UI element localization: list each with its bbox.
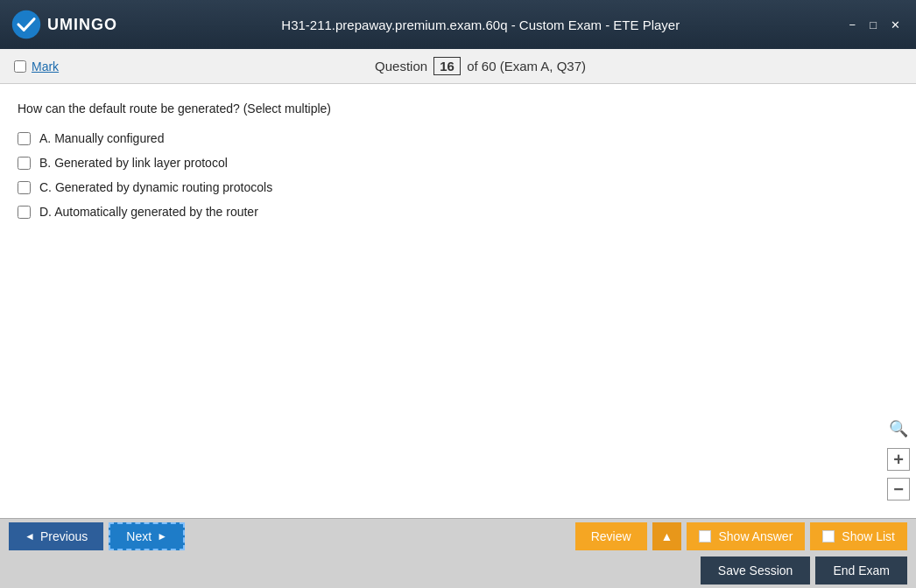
question-of-total: of 60 (Exam A, Q37) bbox=[467, 59, 586, 74]
previous-button[interactable]: ◄ Previous bbox=[9, 522, 103, 550]
search-icon-button[interactable]: 🔍 bbox=[886, 416, 911, 441]
svg-point-0 bbox=[12, 10, 40, 38]
show-list-checkbox-icon bbox=[822, 530, 835, 542]
show-answer-label: Show Answer bbox=[718, 529, 793, 543]
end-exam-label: End Exam bbox=[833, 564, 890, 578]
right-icons: 🔍 + − bbox=[881, 84, 916, 518]
mark-label[interactable]: Mark bbox=[32, 60, 59, 74]
option-c-text: Generated by dynamic routing protocols bbox=[55, 180, 272, 194]
show-answer-checkbox-icon bbox=[699, 530, 711, 542]
option-a: A. Manually configured bbox=[18, 131, 863, 145]
save-session-label: Save Session bbox=[718, 564, 793, 578]
option-b-label: B. Generated by link layer protocol bbox=[39, 156, 228, 170]
option-d-label: D. Automatically generated by the router bbox=[39, 205, 258, 219]
question-number: 16 bbox=[433, 57, 461, 75]
maximize-button[interactable]: □ bbox=[864, 17, 882, 33]
option-a-label: A. Manually configured bbox=[39, 131, 164, 145]
option-d: D. Automatically generated by the router bbox=[18, 205, 863, 219]
window-controls: − □ ✕ bbox=[844, 17, 905, 33]
show-answer-button[interactable]: Show Answer bbox=[687, 522, 805, 550]
end-exam-button[interactable]: End Exam bbox=[815, 556, 907, 584]
option-d-text: Automatically generated by the router bbox=[54, 205, 258, 219]
logo-icon bbox=[11, 9, 42, 40]
option-c: C. Generated by dynamic routing protocol… bbox=[18, 180, 863, 194]
minimize-button[interactable]: − bbox=[844, 17, 862, 33]
option-c-checkbox[interactable] bbox=[18, 181, 31, 194]
mark-area[interactable]: Mark bbox=[14, 60, 59, 74]
zoom-in-button[interactable]: + bbox=[887, 448, 910, 471]
main-content: How can the default route be generated? … bbox=[0, 84, 916, 518]
save-session-button[interactable]: Save Session bbox=[701, 556, 811, 584]
zoom-out-button[interactable]: − bbox=[887, 478, 910, 500]
option-b: B. Generated by link layer protocol bbox=[18, 156, 863, 170]
option-d-checkbox[interactable] bbox=[18, 206, 31, 219]
logo-text: UMINGO bbox=[47, 16, 117, 34]
next-button[interactable]: Next ► bbox=[109, 522, 185, 550]
next-label: Next bbox=[126, 529, 151, 543]
review-arrow-button[interactable]: ▲ bbox=[652, 522, 682, 550]
option-d-letter: D. bbox=[39, 205, 54, 219]
option-b-checkbox[interactable] bbox=[18, 157, 31, 170]
option-c-letter: C. bbox=[39, 180, 55, 194]
question-text: How can the default route be generated? … bbox=[18, 102, 863, 116]
option-c-label: C. Generated by dynamic routing protocol… bbox=[39, 180, 272, 194]
option-b-letter: B. bbox=[39, 156, 54, 170]
show-list-label: Show List bbox=[842, 529, 895, 543]
prev-arrow-icon: ◄ bbox=[25, 530, 35, 542]
close-button[interactable]: ✕ bbox=[885, 17, 905, 33]
next-arrow-icon: ► bbox=[157, 530, 167, 542]
header-bar: Mark Question 16 of 60 (Exam A, Q37) bbox=[0, 49, 916, 84]
option-b-text: Generated by link layer protocol bbox=[54, 156, 228, 170]
review-button[interactable]: Review bbox=[575, 522, 647, 550]
title-bar: UMINGO H31-211.prepaway.premium.exam.60q… bbox=[0, 0, 916, 49]
review-label: Review bbox=[591, 529, 631, 543]
logo: UMINGO bbox=[11, 9, 117, 40]
mark-checkbox[interactable] bbox=[14, 60, 26, 73]
nav-row: ◄ Previous Next ► Review ▲ Show Answer S… bbox=[0, 519, 916, 554]
show-list-button[interactable]: Show List bbox=[810, 522, 907, 550]
question-label: Question bbox=[375, 59, 427, 74]
previous-label: Previous bbox=[40, 529, 88, 543]
review-chevron-up-icon: ▲ bbox=[661, 529, 673, 543]
option-a-letter: A. bbox=[39, 131, 54, 145]
option-a-text: Manually configured bbox=[54, 131, 164, 145]
bottom-bar: ◄ Previous Next ► Review ▲ Show Answer S… bbox=[0, 518, 916, 588]
question-info: Question 16 of 60 (Exam A, Q37) bbox=[59, 57, 902, 75]
option-a-checkbox[interactable] bbox=[18, 132, 31, 145]
question-area: How can the default route be generated? … bbox=[0, 84, 881, 518]
action-row: Save Session End Exam bbox=[0, 554, 916, 589]
window-title: H31-211.prepaway.premium.exam.60q - Cust… bbox=[281, 18, 680, 32]
